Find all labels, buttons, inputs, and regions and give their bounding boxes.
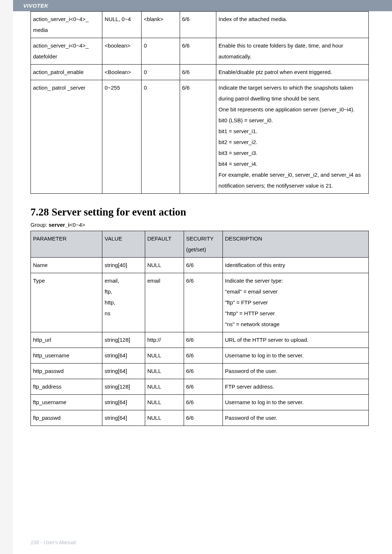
cell-default: NULL [145,410,184,426]
table-row: action_patrol_enable <Boolean> 0 6/6 Ena… [31,65,369,80]
cell-default: http:// [145,332,184,348]
cell-param: ftp_passwd [31,410,102,426]
cell-value: string[64] [102,410,145,426]
cell-default: 0 [142,38,180,65]
cell-desc: Indicate the target servers to which the… [216,80,369,194]
cell-desc: Enable/disable ptz patrol when event tri… [216,65,369,80]
cell-param: action_patrol_enable [31,65,102,80]
cell-desc: Indicate the server type:"email" = email… [222,273,368,332]
cell-default: NULL [145,379,184,395]
cell-default: 0 [142,80,180,194]
section-heading: 7.28 Server setting for event action [30,206,369,218]
cell-security: 6/6 [184,348,222,364]
cell-desc: Identification of this entry [222,258,368,273]
header-security: SECURITY (get/set) [184,231,222,258]
cell-security: 6/6 [184,379,222,395]
cell-value: email,ftp,http,ns [102,273,145,332]
cell-default: <blank> [142,12,180,38]
cell-default: NULL [145,395,184,410]
cell-security: 6/6 [184,395,222,410]
table-row: http_passwd string[64] NULL 6/6 Password… [31,364,369,379]
footer-page-info: 158 - User's Manual [30,539,76,545]
cell-param: action_ patrol _server [31,80,102,194]
table-row: Name string[40] NULL 6/6 Identification … [31,258,369,273]
cell-security: 6/6 [180,12,216,38]
table-row: action_server_i<0~4>_ media NULL, 0~4 <b… [31,12,369,38]
table-row: Type email,ftp,http,ns email 6/6 Indicat… [31,273,369,332]
header-default: DEFAULT [145,231,184,258]
cell-param: Name [31,258,102,273]
cell-default: email [145,273,184,332]
cell-security: 6/6 [184,364,222,379]
group-label: Group: [30,222,49,228]
cell-desc: Index of the attached media. [216,12,369,38]
page: VIVOTEK action_server_i<0~4>_ media NULL… [13,0,392,554]
cell-param: Type [31,273,102,332]
header-param: PARAMETER [31,231,102,258]
cell-param: ftp_username [31,395,102,410]
cell-value: <boolean> [102,38,142,65]
cell-value: 0~255 [102,80,142,194]
cell-default: NULL [145,348,184,364]
cell-security: 6/6 [184,258,222,273]
cell-value: string[40] [102,258,145,273]
cell-desc: Enable this to create folders by date, t… [216,38,369,65]
cell-desc: URL of the HTTP server to upload. [222,332,368,348]
cell-value: string[64] [102,364,145,379]
cell-param: ftp_address [31,379,102,395]
cell-value: string[128] [102,379,145,395]
cell-param: http_username [31,348,102,364]
cell-default: NULL [145,364,184,379]
group-line: Group: server_i<0~4> [30,222,369,228]
brand-header: VIVOTEK [13,0,392,11]
cell-value: string[128] [102,332,145,348]
table-row: ftp_passwd string[64] NULL 6/6 Password … [31,410,369,426]
cell-desc: Password of the user. [222,410,368,426]
group-value-bold: server_i [49,222,70,228]
cell-security: 6/6 [184,273,222,332]
cell-desc: FTP server address. [222,379,368,395]
cell-security: 6/6 [180,38,216,65]
content: action_server_i<0~4>_ media NULL, 0~4 <b… [13,11,392,426]
cell-desc: Username to log in to the server. [222,395,368,410]
table-row: ftp_username string[64] NULL 6/6 Usernam… [31,395,369,410]
cell-security: 6/6 [180,65,216,80]
table-row: http_username string[64] NULL 6/6 Userna… [31,348,369,364]
header-value: VALUE [102,231,145,258]
cell-security: 6/6 [180,80,216,194]
cell-value: <Boolean> [102,65,142,80]
cell-default: 0 [142,65,180,80]
cell-desc: Username to log in to the server. [222,348,368,364]
cell-default: NULL [145,258,184,273]
table-row: action_server_i<0~4>_ datefolder <boolea… [31,38,369,65]
cell-value: string[64] [102,348,145,364]
table-action-params: action_server_i<0~4>_ media NULL, 0~4 <b… [30,11,369,194]
cell-value: string[64] [102,395,145,410]
header-description: DESCRIPTION [222,231,368,258]
table-row: http_url string[128] http:// 6/6 URL of … [31,332,369,348]
table-server-params: PARAMETER VALUE DEFAULT SECURITY (get/se… [30,231,369,426]
group-value-tail: <0~4> [70,222,85,228]
cell-param: action_server_i<0~4>_ media [31,12,102,38]
cell-security: 6/6 [184,332,222,348]
table-row: action_ patrol _server 0~255 0 6/6 Indic… [31,80,369,194]
cell-param: http_passwd [31,364,102,379]
table-row: ftp_address string[128] NULL 6/6 FTP ser… [31,379,369,395]
cell-param: action_server_i<0~4>_ datefolder [31,38,102,65]
table-head-row: PARAMETER VALUE DEFAULT SECURITY (get/se… [31,231,369,258]
cell-param: http_url [31,332,102,348]
cell-desc: Password of the user. [222,364,368,379]
cell-security: 6/6 [184,410,222,426]
cell-value: NULL, 0~4 [102,12,142,38]
